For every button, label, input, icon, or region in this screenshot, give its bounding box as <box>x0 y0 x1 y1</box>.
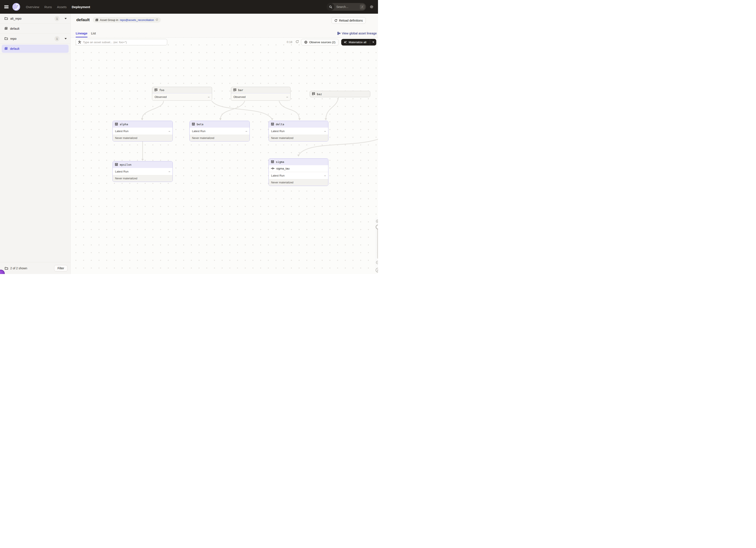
node-status-row: Observed– <box>152 93 212 101</box>
search-shortcut-badge: / <box>360 4 365 9</box>
asset-table-icon <box>115 123 118 126</box>
gear-icon[interactable] <box>369 5 374 9</box>
nav-item-overview[interactable]: Overview <box>26 5 39 9</box>
asset-node-sigma[interactable]: sigmasigma_tauLatest Run–Never materiali… <box>269 158 328 186</box>
node-status-row: Latest Run– <box>113 168 173 175</box>
node-status-row: Latest Run– <box>113 128 173 135</box>
hamburger-menu-icon[interactable] <box>4 5 9 8</box>
zoom-in-icon[interactable] <box>376 219 378 225</box>
sidebar-item-default[interactable]: default <box>0 24 70 34</box>
zoom-out-icon[interactable] <box>376 261 378 266</box>
refresh-timer: 0:18 <box>287 40 292 44</box>
folder-icon <box>4 37 8 41</box>
asset-name: bar <box>238 89 243 92</box>
sidebar-list: alt_repo1defaultrepo1default <box>0 14 70 54</box>
asset-node-beta[interactable]: betaLatest Run–Never materialized <box>189 121 250 142</box>
asset-name: alpha <box>120 123 128 126</box>
lineage-nodes: fooObserved–barObserved–bazalphaLatest R… <box>71 38 378 274</box>
view-global-asset-lineage-link[interactable]: View global asset lineage <box>337 32 377 35</box>
tab-list[interactable]: List <box>91 32 96 37</box>
chevron-down-icon[interactable] <box>65 38 67 39</box>
asset-subset-filter[interactable] <box>76 39 167 45</box>
source-asset-icon <box>154 88 158 92</box>
asset-node-baz[interactable]: baz <box>310 91 370 97</box>
asset-group-icon <box>95 18 98 21</box>
asset-graph-filter-icon <box>78 40 81 44</box>
node-materialization-status: Never materialized <box>190 135 250 141</box>
asset-node-foo[interactable]: fooObserved– <box>152 87 212 101</box>
asset-group-icon <box>4 27 8 31</box>
asset-name: sigma <box>276 160 284 164</box>
dagster-app: OverviewRunsAssetsDeployment / alt_repo1… <box>0 0 378 274</box>
chevron-down-icon[interactable] <box>65 18 67 19</box>
search-icon <box>327 3 334 11</box>
filter-button[interactable]: Filter <box>54 265 68 272</box>
main-panel: default Asset Group in repo@assets_recon… <box>71 14 378 274</box>
zoom-slider-track[interactable] <box>377 227 378 259</box>
sidebar-item-label: default <box>10 47 19 50</box>
asset-group-prefix: Asset Group in <box>100 18 118 22</box>
repo-sidebar: alt_repo1defaultrepo1default 2 of 2 show… <box>0 14 71 274</box>
search-input[interactable] <box>336 5 356 9</box>
sidebar-item-label: alt_repo <box>10 17 21 20</box>
top-navbar: OverviewRunsAssetsDeployment / <box>0 0 378 14</box>
page-title: default <box>76 18 90 22</box>
observe-eye-icon <box>304 41 307 44</box>
asset-subset-input[interactable] <box>83 41 165 44</box>
view-tabs: LineageList <box>76 32 96 37</box>
sidebar-item-label: default <box>10 27 19 30</box>
asset-name: foo <box>159 89 164 92</box>
sidebar-item-alt_repo[interactable]: alt_repo1 <box>0 14 70 24</box>
node-materialization-status: Never materialized <box>269 135 328 141</box>
asset-count-badge: 1 <box>55 16 59 21</box>
page-header: default Asset Group in repo@assets_recon… <box>71 14 378 38</box>
asset-name: baz <box>317 93 322 96</box>
zoom-controls <box>375 38 378 274</box>
asset-name: epsilon <box>120 163 131 166</box>
nav-item-deployment[interactable]: Deployment <box>72 5 90 9</box>
folder-icon <box>5 267 8 270</box>
primary-nav: OverviewRunsAssetsDeployment <box>26 5 90 9</box>
refresh-graph-icon[interactable] <box>295 40 299 44</box>
source-asset-icon <box>312 92 315 96</box>
asset-check-icon <box>271 167 275 170</box>
sparkle-icon <box>344 41 347 44</box>
observe-sources-button[interactable]: Observe sources (2) <box>301 39 339 46</box>
download-image-icon[interactable] <box>375 268 378 274</box>
node-status-row: Latest Run– <box>269 172 328 179</box>
node-materialization-status: Never materialized <box>113 175 173 182</box>
node-status-row: Latest Run– <box>190 128 250 135</box>
node-status-row: Observed– <box>231 93 290 101</box>
tab-lineage[interactable]: Lineage <box>76 32 87 37</box>
global-search[interactable]: / <box>327 3 366 11</box>
nav-item-assets[interactable]: Assets <box>57 5 67 9</box>
repo-location-link[interactable]: repo@assets_reconciliation <box>120 18 154 22</box>
asset-check-name: sigma_tau <box>276 167 289 170</box>
asset-group-pill: Asset Group in repo@assets_reconciliatio… <box>93 17 161 23</box>
sidebar-item-repo[interactable]: repo1 <box>0 34 70 44</box>
lineage-graph-icon <box>337 32 340 35</box>
reload-definitions-button[interactable]: Reload definitions <box>331 17 366 24</box>
lineage-canvas[interactable]: fooObserved–barObserved–bazalphaLatest R… <box>71 38 378 274</box>
asset-node-bar[interactable]: barObserved– <box>231 87 291 101</box>
asset-node-alpha[interactable]: alphaLatest Run–Never materialized <box>112 121 173 142</box>
asset-node-epsilon[interactable]: epsilonLatest Run–Never materialized <box>112 161 173 182</box>
folder-icon <box>4 17 8 21</box>
sidebar-footer: 2 of 2 shown Filter <box>0 262 70 274</box>
materialize-all-button[interactable]: Materialize all <box>341 39 376 46</box>
sidebar-item-default-selected[interactable]: default <box>0 44 70 54</box>
asset-group-icon <box>4 47 8 51</box>
asset-table-icon <box>115 163 118 167</box>
repo-count-text: 2 of 2 shown <box>10 267 27 270</box>
nav-item-runs[interactable]: Runs <box>44 5 52 9</box>
asset-node-delta[interactable]: deltaLatest Run–Never materialized <box>269 121 328 142</box>
source-asset-icon <box>233 88 236 92</box>
asset-name: delta <box>276 123 284 126</box>
asset-table-icon <box>271 123 274 126</box>
reload-location-icon[interactable] <box>155 18 158 22</box>
asset-table-icon <box>192 123 195 126</box>
node-materialization-status: Never materialized <box>113 135 173 141</box>
dagster-logo-icon[interactable] <box>12 3 20 11</box>
asset-check-row[interactable]: sigma_tau <box>269 165 328 172</box>
node-materialization-status: Never materialized <box>269 179 328 186</box>
